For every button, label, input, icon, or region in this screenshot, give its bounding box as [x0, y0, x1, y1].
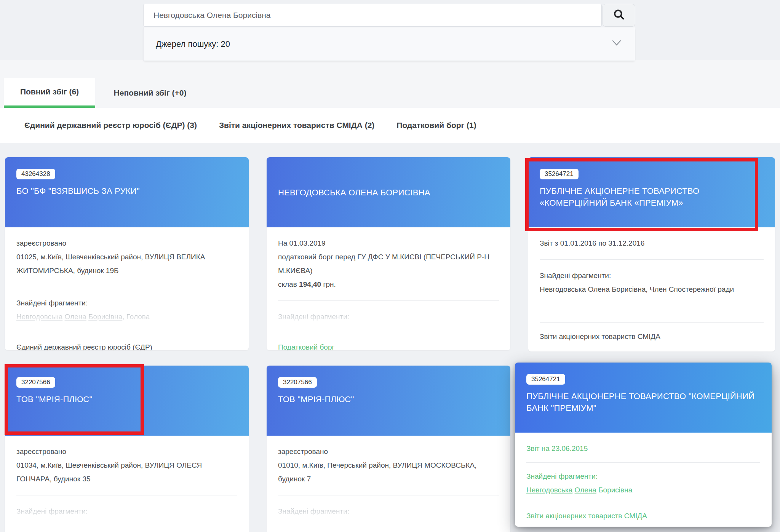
fragments-value-empty: [16, 518, 237, 532]
status-text: зареєстровано: [16, 236, 237, 250]
card-header: 32207566 ТОВ "МРІЯ-ПЛЮС": [267, 366, 510, 436]
tab-partial-match-label: Неповний збіг (+0): [114, 88, 187, 97]
tab-partial-match[interactable]: Неповний збіг (+0): [102, 78, 198, 108]
search-input[interactable]: [143, 4, 602, 27]
card-title: ТОВ "МРІЯ-ПЛЮС": [278, 393, 499, 405]
filter-edr[interactable]: Єдиний державний реєстр юросіб (ЄДР) (3): [24, 121, 197, 130]
search-results-page: Джерел пошуку: 20 Повний збіг (6) Неповн…: [0, 0, 780, 532]
result-card-edr-1[interactable]: 43264328 БО "БФ "ВЗЯВШИСЬ ЗА РУКИ" зареє…: [5, 157, 249, 350]
company-code-badge: 35264721: [526, 374, 565, 385]
debt-amount-line: склав 194,40 грн.: [278, 278, 499, 291]
divider: [16, 495, 237, 495]
card-header: 32207566 ТОВ "МРІЯ-ПЛЮС": [5, 366, 249, 436]
divider: [526, 462, 760, 463]
divider: [16, 333, 237, 333]
card-body: На 01.03.2019 податковий борг перед ГУ Д…: [267, 227, 510, 350]
report-date-link[interactable]: Звіт на 23.06.2015: [526, 442, 760, 455]
card-title: ПУБЛІЧНЕ АКЦІОНЕРНЕ ТОВАРИСТВО «КОМЕРЦІЙ…: [540, 185, 764, 209]
source-filter-strip: Єдиний державний реєстр юросіб (ЄДР) (3)…: [0, 108, 780, 143]
status-text: зареєстровано: [16, 445, 237, 459]
divider: [526, 504, 760, 504]
filter-tax-debt[interactable]: Податковий борг (1): [396, 121, 476, 130]
divider: [278, 300, 499, 301]
card-header: 43264328 БО "БФ "ВЗЯВШИСЬ ЗА РУКИ": [5, 157, 249, 227]
fragments-value-empty: [278, 518, 499, 532]
divider: [540, 322, 764, 323]
status-text: зареєстровано: [278, 445, 499, 459]
filter-smida[interactable]: Звіти акціонерних товариств СМІДА (2): [219, 121, 374, 130]
card-title: БО "БФ "ВЗЯВШИСЬ ЗА РУКИ": [16, 185, 237, 197]
fragments-label: Знайдені фрагменти:: [16, 505, 237, 518]
card-title: ТОВ "МРІЯ-ПЛЮС": [16, 393, 237, 405]
card-title: ПУБЛІЧНЕ АКЦІОНЕРНЕ ТОВАРИСТВО "КОМЕРЦІЙ…: [526, 390, 760, 414]
search-button[interactable]: [603, 4, 635, 27]
fragments-label: Знайдені фрагменти:: [278, 505, 499, 518]
card-body: Звіт на 23.06.2015 Знайдені фрагменти: Н…: [515, 433, 772, 527]
divider: [540, 259, 764, 260]
card-body: Звіт з 01.01.2016 по 31.12.2016 Знайдені…: [528, 227, 775, 351]
result-card-smida-1[interactable]: 35264721 ПУБЛІЧНЕ АКЦІОНЕРНЕ ТОВАРИСТВО …: [528, 157, 775, 351]
card-body: зареєстровано 01034, м.Київ, Шевченківсь…: [5, 436, 249, 532]
address-text: 01034, м.Київ, Шевченківський район, ВУЛ…: [16, 459, 237, 486]
search-sources-dropdown[interactable]: Джерел пошуку: 20: [143, 27, 635, 61]
card-header: 35264721 ПУБЛІЧНЕ АКЦІОНЕРНЕ ТОВАРИСТВО …: [515, 363, 772, 433]
report-date-text: На 01.03.2019: [278, 236, 499, 250]
debt-description-text: податковий борг перед ГУ ДФС У М.КИЄВІ (…: [278, 250, 499, 278]
card-body: зареєстровано 01010, м.Київ, Печерський …: [267, 436, 510, 532]
search-row: [143, 4, 635, 27]
fragments-label: Знайдені фрагменти:: [16, 296, 237, 310]
fragments-label: Знайдені фрагменти:: [526, 470, 760, 483]
company-code-badge: 35264721: [540, 169, 579, 179]
card-title: НЕВГОДОВСЬКА ОЛЕНА БОРИСІВНА: [278, 187, 430, 198]
magnifier-icon: [612, 8, 625, 22]
fragments-value[interactable]: Невгодовська Олена Борисівна: [526, 483, 760, 497]
source-tax-debt-link[interactable]: Податковий борг: [278, 342, 499, 350]
debt-amount: 194,40: [299, 280, 321, 288]
address-text: 01010, м.Київ, Печерський район, ВУЛИЦЯ …: [278, 459, 499, 486]
tabs-bar: Повний збіг (6) Неповний збіг (+0): [0, 60, 780, 108]
divider: [278, 333, 499, 333]
result-card-tax-debt[interactable]: НЕВГОДОВСЬКА ОЛЕНА БОРИСІВНА На 01.03.20…: [267, 157, 510, 350]
report-period-text: Звіт з 01.01.2016 по 31.12.2016: [540, 236, 764, 250]
divider: [278, 495, 499, 495]
card-header: НЕВГОДОВСЬКА ОЛЕНА БОРИСІВНА: [267, 157, 510, 227]
source-smida-label: Звіти акціонерних товариств СМІДА: [540, 332, 764, 342]
search-block: Джерел пошуку: 20: [143, 4, 635, 61]
source-registry-label: Єдиний державний реєстр юросіб (ЄДР): [16, 342, 237, 350]
fragments-label: Знайдені фрагменти:: [540, 269, 764, 283]
company-code-badge: 43264328: [16, 169, 55, 179]
source-smida-link[interactable]: Звіти акціонерних товариств СМІДА: [526, 511, 760, 521]
company-code-badge: 32207566: [278, 377, 317, 388]
sources-summary-label: Джерел пошуку: 20: [156, 39, 230, 49]
result-card-edr-2[interactable]: 32207566 ТОВ "МРІЯ-ПЛЮС" зареєстровано 0…: [5, 366, 249, 532]
address-text: 01025, м.Київ, Шевченківський район, ВУЛ…: [16, 250, 237, 278]
result-card-edr-3[interactable]: 32207566 ТОВ "МРІЯ-ПЛЮС" зареєстровано 0…: [267, 366, 510, 532]
tab-full-match-label: Повний збіг (6): [20, 87, 79, 96]
card-header: 35264721 ПУБЛІЧНЕ АКЦІОНЕРНЕ ТОВАРИСТВО …: [528, 157, 775, 227]
chevron-down-icon[interactable]: [611, 39, 623, 49]
fragments-label: Знайдені фрагменти:: [278, 310, 499, 324]
card-body: зареєстровано 01025, м.Київ, Шевченківсь…: [5, 227, 249, 350]
company-code-badge: 32207566: [16, 377, 55, 388]
result-card-smida-2-hover[interactable]: 35264721 ПУБЛІЧНЕ АКЦІОНЕРНЕ ТОВАРИСТВО …: [515, 363, 772, 527]
divider: [16, 287, 237, 287]
fragments-value[interactable]: Невгодовська Олена Борисівна, Член Спост…: [540, 283, 764, 296]
fragments-value[interactable]: Невгодовська Олена Борисівна, Голова: [16, 310, 237, 324]
tab-full-match[interactable]: Повний збіг (6): [4, 78, 95, 108]
